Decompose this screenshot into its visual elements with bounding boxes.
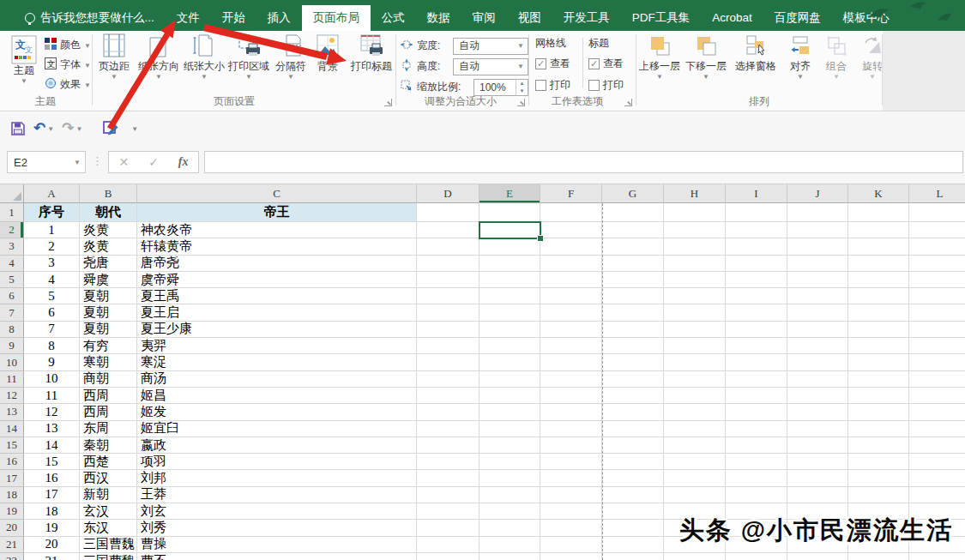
column-header-D[interactable]: D bbox=[417, 184, 479, 203]
cell-K13[interactable] bbox=[848, 404, 909, 420]
cell-I3[interactable] bbox=[726, 238, 787, 255]
cell-I8[interactable] bbox=[726, 322, 787, 338]
undo-button[interactable]: ↶▼ bbox=[33, 121, 54, 135]
cell-A12[interactable]: 11 bbox=[24, 388, 80, 404]
cell-K5[interactable] bbox=[848, 272, 909, 288]
cell-L16[interactable] bbox=[909, 454, 965, 470]
row-header-2[interactable]: 2 bbox=[0, 222, 24, 238]
cell-K9[interactable] bbox=[848, 338, 909, 354]
cell-H14[interactable] bbox=[664, 421, 726, 437]
cell-L11[interactable] bbox=[909, 371, 965, 388]
cell-D7[interactable] bbox=[417, 304, 479, 321]
send-backward-button[interactable]: 下移一层▼ bbox=[683, 31, 729, 81]
cell-H17[interactable] bbox=[664, 470, 726, 486]
cell-I13[interactable] bbox=[726, 404, 787, 420]
cell-D1[interactable] bbox=[417, 203, 479, 222]
cell-J12[interactable] bbox=[787, 388, 848, 404]
scale-spinner[interactable]: 100%▲▼ bbox=[473, 79, 528, 96]
gridlines-print-checkbox[interactable]: 打印 bbox=[535, 77, 570, 93]
tab-开发工具[interactable]: 开发工具 bbox=[552, 5, 621, 31]
row-header-4[interactable]: 4 bbox=[0, 256, 24, 272]
cell-L10[interactable] bbox=[909, 354, 965, 370]
cell-E12[interactable] bbox=[479, 388, 540, 404]
cell-D3[interactable] bbox=[417, 238, 479, 255]
selected-cell-E2[interactable] bbox=[479, 221, 541, 239]
cell-C12[interactable]: 姬昌 bbox=[137, 388, 417, 404]
theme-effects-button[interactable]: 效果▼ bbox=[45, 76, 91, 93]
cell-C20[interactable]: 刘秀 bbox=[137, 520, 417, 536]
cell-H12[interactable] bbox=[664, 388, 726, 404]
cell-C16[interactable]: 项羽 bbox=[137, 454, 417, 470]
cell-G16[interactable] bbox=[602, 454, 664, 470]
cell-A6[interactable]: 5 bbox=[24, 288, 80, 304]
cell-H8[interactable] bbox=[664, 322, 726, 338]
cell-A19[interactable]: 18 bbox=[24, 503, 80, 520]
cell-K14[interactable] bbox=[848, 421, 909, 437]
cell-G21[interactable] bbox=[602, 537, 664, 553]
cell-C4[interactable]: 唐帝尧 bbox=[137, 256, 417, 272]
cell-K22[interactable] bbox=[848, 553, 909, 560]
cell-B19[interactable]: 玄汉 bbox=[80, 503, 137, 520]
cell-H1[interactable] bbox=[664, 203, 726, 222]
row-header-10[interactable]: 10 bbox=[0, 354, 24, 370]
cell-H7[interactable] bbox=[664, 304, 726, 321]
cell-E16[interactable] bbox=[479, 454, 540, 470]
cell-E20[interactable] bbox=[479, 520, 540, 536]
cell-E4[interactable] bbox=[479, 256, 540, 272]
cell-K3[interactable] bbox=[848, 238, 909, 255]
cell-F20[interactable] bbox=[540, 520, 602, 536]
cell-A20[interactable]: 19 bbox=[24, 520, 80, 536]
themes-button[interactable]: 文文 主题 ▼ bbox=[5, 35, 43, 85]
cell-C9[interactable]: 夷羿 bbox=[137, 338, 417, 354]
cell-J13[interactable] bbox=[787, 404, 848, 420]
tab-文件[interactable]: 文件 bbox=[166, 5, 211, 31]
cell-B20[interactable]: 东汉 bbox=[80, 520, 137, 536]
row-header-8[interactable]: 8 bbox=[0, 322, 24, 338]
cell-D10[interactable] bbox=[417, 354, 479, 370]
cell-G22[interactable] bbox=[602, 553, 664, 560]
cell-G6[interactable] bbox=[602, 288, 664, 304]
cell-D22[interactable] bbox=[417, 553, 479, 560]
cell-F22[interactable] bbox=[540, 553, 602, 560]
cell-G10[interactable] bbox=[602, 354, 664, 370]
row-header-22[interactable]: 22 bbox=[0, 553, 24, 560]
row-header-15[interactable]: 15 bbox=[0, 437, 24, 454]
select-all-corner[interactable] bbox=[0, 184, 24, 203]
cell-G12[interactable] bbox=[602, 388, 664, 404]
cell-D19[interactable] bbox=[417, 503, 479, 520]
cell-K17[interactable] bbox=[848, 470, 909, 486]
cell-A5[interactable]: 4 bbox=[24, 272, 80, 288]
cell-J14[interactable] bbox=[787, 421, 848, 437]
cell-L12[interactable] bbox=[909, 388, 965, 404]
cell-L14[interactable] bbox=[909, 421, 965, 437]
cell-B3[interactable]: 炎黄 bbox=[80, 238, 137, 255]
tab-插入[interactable]: 插入 bbox=[256, 5, 302, 31]
cell-L8[interactable] bbox=[909, 322, 965, 338]
cell-F5[interactable] bbox=[540, 272, 602, 288]
cell-F21[interactable] bbox=[540, 537, 602, 553]
print-area-button[interactable]: 打印区域▼ bbox=[226, 31, 271, 81]
cell-D15[interactable] bbox=[417, 437, 479, 454]
cell-B7[interactable]: 夏朝 bbox=[80, 304, 137, 321]
header-cell-C1[interactable]: 帝王 bbox=[137, 203, 417, 222]
cell-J6[interactable] bbox=[787, 288, 848, 304]
cell-J2[interactable] bbox=[787, 222, 848, 238]
cell-G8[interactable] bbox=[602, 322, 664, 338]
redo-button[interactable]: ↷▼ bbox=[62, 121, 82, 135]
cell-G1[interactable] bbox=[602, 203, 664, 222]
column-header-F[interactable]: F bbox=[540, 184, 602, 203]
cell-G4[interactable] bbox=[602, 256, 664, 272]
cell-L9[interactable] bbox=[909, 338, 965, 354]
cell-F2[interactable] bbox=[540, 222, 602, 238]
cell-H22[interactable] bbox=[664, 553, 726, 560]
cell-H4[interactable] bbox=[664, 256, 726, 272]
cell-H9[interactable] bbox=[664, 338, 726, 354]
page-setup-dialog-launcher[interactable] bbox=[384, 99, 392, 106]
cell-E11[interactable] bbox=[479, 371, 540, 388]
cell-G7[interactable] bbox=[602, 304, 664, 321]
cell-B16[interactable]: 西楚 bbox=[80, 454, 137, 470]
row-header-18[interactable]: 18 bbox=[0, 487, 24, 503]
cell-F10[interactable] bbox=[540, 354, 602, 370]
cell-E14[interactable] bbox=[479, 421, 540, 437]
cell-K10[interactable] bbox=[848, 354, 909, 370]
